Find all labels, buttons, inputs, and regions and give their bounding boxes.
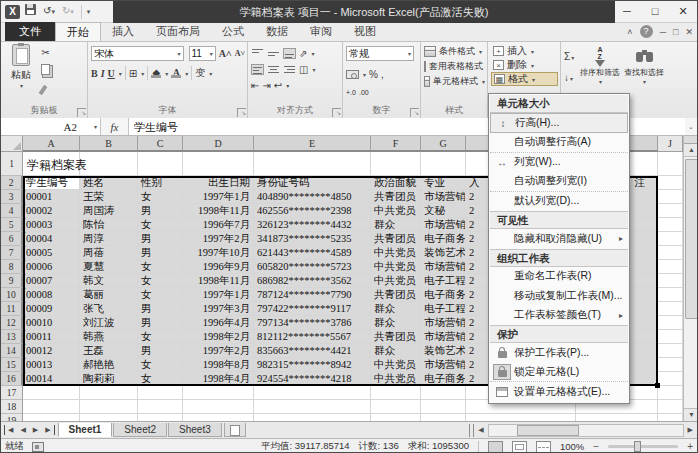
zoom-slider[interactable] [608,445,678,448]
cell[interactable] [254,414,371,421]
cell[interactable]: 女 [138,330,183,344]
cell[interactable]: 中共党员 [371,358,421,372]
row-header-17[interactable]: 17 [1,386,23,400]
font-color-caret-icon[interactable]: ▾ [185,70,188,77]
cell[interactable]: 982315********8942 [254,358,371,372]
row-header-15[interactable]: 15 [1,358,23,372]
insert-worksheet-tab[interactable] [224,423,246,437]
tab-插入[interactable]: 插入 [101,22,145,41]
horizontal-scroll-thumb[interactable] [517,425,579,436]
decrease-decimal-button[interactable]: .00 [359,85,369,99]
cell[interactable]: 00012 [23,344,80,358]
align-bottom-button[interactable] [283,48,296,59]
cell[interactable] [658,302,683,316]
cell[interactable]: 共青团员 [371,190,421,204]
close-button[interactable]: ✕ [669,1,697,23]
cell[interactable]: 女 [138,190,183,204]
cell[interactable]: 00001 [23,190,80,204]
format-as-table-button[interactable]: 套用表格格式▾ [424,59,485,74]
cell[interactable] [138,152,183,176]
increase-decimal-button[interactable]: +.0 [346,85,356,99]
font-name-combobox[interactable]: 宋体▾ [91,46,184,61]
first-sheet-icon[interactable]: ◀ [4,425,16,435]
format-button[interactable]: ▦格式▾ [491,72,558,86]
cell[interactable]: 共青团员 [371,330,421,344]
cell[interactable] [658,176,683,190]
help-icon[interactable]: ? [640,25,653,38]
cell[interactable]: 835663********4421 [254,344,371,358]
workbook-minimize-icon[interactable]: ─ [660,26,666,38]
cell[interactable]: 葛丽 [80,288,138,302]
name-box[interactable]: A2 ▾ [1,118,101,135]
clipboard-dialog-launcher[interactable]: ↘ [77,108,86,117]
cell[interactable] [138,400,183,414]
font-color-button[interactable]: A [171,68,181,78]
menu-item-重命名工作表[interactable]: 重命名工作表(R) [490,267,628,287]
cell[interactable]: 周国涛 [80,204,138,218]
cell[interactable] [183,414,254,421]
menu-item-设置单元格格式[interactable]: 设置单元格格式(E)... [490,382,628,402]
cell[interactable]: 1998年11月 [183,204,254,218]
cell[interactable]: 韩文 [80,274,138,288]
row-header-10[interactable]: 10 [1,288,23,302]
cell[interactable] [658,288,683,302]
cell[interactable]: 中共党员 [371,246,421,260]
cell[interactable] [658,358,683,372]
row-header-8[interactable]: 8 [1,260,23,274]
cell[interactable] [183,386,254,400]
cell[interactable]: 1997年2月 [183,232,254,246]
cell[interactable]: 787124********7790 [254,288,371,302]
cell[interactable]: 00005 [23,246,80,260]
column-header-B[interactable]: B [80,136,138,152]
sheet-tab-sheet1[interactable]: Sheet1 [58,423,113,437]
cell[interactable]: 群众 [371,218,421,232]
cell[interactable] [658,190,683,204]
row-header-11[interactable]: 11 [1,302,23,316]
align-top-button[interactable] [251,48,264,59]
tab-开始[interactable]: 开始 [55,22,101,41]
normal-view-button[interactable] [488,441,503,453]
row-header-4[interactable]: 4 [1,204,23,218]
italic-button[interactable]: I [101,66,105,80]
cell[interactable]: 陈怡 [80,218,138,232]
worksheet-title-cell[interactable]: 学籍档案表 [27,157,87,174]
tab-页面布局[interactable]: 页面布局 [145,22,211,41]
align-center-button[interactable] [267,64,280,75]
phonetic-caret-icon[interactable]: ▾ [209,70,212,77]
cell[interactable]: 1998年11月 [183,274,254,288]
menu-item-自动调整行高[interactable]: 自动调整行高(A) [490,133,628,153]
insert-function-button[interactable]: fx [101,118,129,135]
tab-公式[interactable]: 公式 [211,22,255,41]
row-header-18[interactable]: 18 [1,400,23,414]
cell[interactable] [658,414,683,421]
workbook-restore-icon[interactable]: □ [673,26,678,38]
cell[interactable]: 00006 [23,260,80,274]
cell[interactable] [23,414,80,421]
cell[interactable] [658,316,683,330]
cell[interactable]: 电子商务 [421,232,466,246]
menu-item-锁定单元格[interactable]: 锁定单元格(L) [490,363,628,383]
cell[interactable] [658,232,683,246]
column-header-D[interactable]: D [183,136,254,152]
cell[interactable]: 出生日期 [183,176,254,190]
cell[interactable] [138,414,183,421]
cell[interactable]: 中共党员 [371,274,421,288]
cell[interactable] [80,152,138,176]
cell[interactable]: 市场营销 [421,330,466,344]
name-box-caret-icon[interactable]: ▾ [94,123,97,130]
cell[interactable]: 00004 [23,232,80,246]
cell[interactable] [371,400,421,414]
cell[interactable] [183,400,254,414]
cell[interactable]: 女 [138,274,183,288]
cell[interactable]: 1996年4月 [183,316,254,330]
cell[interactable] [371,414,421,421]
tab-视图[interactable]: 视图 [343,22,387,41]
menu-item-自动调整列宽[interactable]: 自动调整列宽(I) [490,172,628,192]
cell[interactable]: 陶莉莉 [80,372,138,386]
cell[interactable] [658,152,683,176]
prev-sheet-icon[interactable]: ◀ [17,425,28,435]
cell[interactable]: 00008 [23,288,80,302]
cell[interactable] [576,414,658,421]
cell[interactable] [421,414,466,421]
increase-font-button[interactable]: A˄ [219,47,232,61]
